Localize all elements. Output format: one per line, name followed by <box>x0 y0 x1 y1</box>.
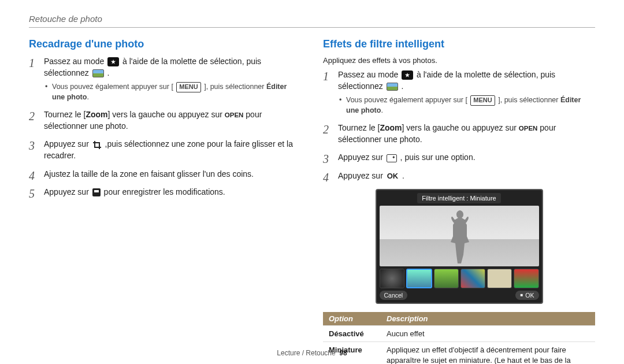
page-footer: Lecture / Retouche 98 <box>0 349 624 357</box>
note-text: ], puis sélectionner <box>204 83 266 91</box>
camera-preview: Filtre intelligent : Miniature <box>376 189 543 304</box>
step-text: Passez au mode <box>338 70 400 79</box>
thumbnail[interactable] <box>434 269 459 288</box>
menu-icon: MENU <box>470 95 495 105</box>
camera-screen: Filtre intelligent : Miniature <box>376 189 543 304</box>
breadcrumb: Retouche de photo <box>29 14 595 24</box>
step-text: Passez au mode <box>44 57 106 66</box>
filter-name-label: Filtre intelligent : Miniature <box>417 193 500 203</box>
step-bold: Zoom <box>380 123 402 132</box>
step-note: Vous pouvez également appuyer sur [ MENU… <box>338 95 595 116</box>
step-4: Ajustez la taille de la zone en faisant … <box>29 169 301 180</box>
save-icon <box>92 188 101 196</box>
note-text: ], puis sélectionner <box>498 96 560 104</box>
header-divider <box>29 27 595 28</box>
step-text: Ajustez la taille de la zone en faisant … <box>44 169 254 179</box>
ok-button-label: OK <box>525 292 534 299</box>
landscape-icon <box>92 69 104 77</box>
col-option: Option <box>323 312 381 326</box>
note-text: . <box>381 106 382 114</box>
step-5: Appuyez sur pour enregistrer les modific… <box>29 187 301 198</box>
landscape-icon <box>387 83 398 91</box>
step-note: Vous pouvez également appuyer sur [ MENU… <box>44 82 301 102</box>
thumbnail[interactable] <box>514 269 538 288</box>
filter-icon <box>387 154 397 162</box>
note-text: . <box>87 93 88 101</box>
left-section-title: Recadrage d'une photo <box>29 38 301 50</box>
mode-icon: ★ <box>107 57 119 66</box>
step-text: Appuyez sur <box>44 187 91 196</box>
cancel-button[interactable]: Cancel <box>380 291 408 300</box>
right-intro: Appliquez des effets à vos photos. <box>323 56 595 65</box>
left-steps: Passez au mode ★ à l'aide de la molette … <box>29 56 301 198</box>
step-2: Tournez le [Zoom] vers la gauche ou appu… <box>29 109 301 132</box>
thumbnail-strip <box>380 269 539 288</box>
step-text: Tournez le [ <box>338 123 380 132</box>
thumbnail[interactable] <box>380 269 404 288</box>
thumbnail[interactable] <box>487 269 512 288</box>
step-text: Appuyez sur <box>338 171 385 180</box>
open-label: OPEN <box>519 125 538 132</box>
step-text: . <box>107 68 110 77</box>
step-text: . <box>402 171 404 180</box>
note-text: Vous pouvez également appuyer sur [ <box>346 96 467 104</box>
step-1: Passez au mode ★ à l'aide de la molette … <box>323 69 595 116</box>
screen-buttons: Cancel ■OK <box>380 291 539 300</box>
option-desc: Aucun effet <box>381 325 595 342</box>
step-3: Appuyez sur ,puis sélectionnez une zone … <box>29 139 301 161</box>
step-text: Appuyez sur <box>44 139 91 148</box>
silhouette-icon <box>445 210 474 263</box>
step-2: Tournez le [Zoom] vers la gauche ou appu… <box>323 122 595 145</box>
left-column: Recadrage d'une photo Passez au mode ★ à… <box>29 38 301 364</box>
step-text: ] vers la gauche ou appuyez sur <box>107 110 224 119</box>
menu-icon: MENU <box>176 82 200 92</box>
step-text: , puis sur une option. <box>400 153 476 162</box>
step-4: Appuyez sur OK . <box>323 170 595 182</box>
note-text: Vous pouvez également appuyer sur [ <box>52 83 173 91</box>
step-text: . <box>402 81 404 91</box>
step-3: Appuyez sur , puis sur une option. <box>323 152 595 164</box>
thumbnail-selected[interactable] <box>406 269 432 288</box>
right-steps: Passez au mode ★ à l'aide de la molette … <box>323 69 595 182</box>
step-bold: Zoom <box>86 110 107 119</box>
step-text: ] vers la gauche ou appuyez sur <box>402 123 518 132</box>
crop-icon <box>92 140 102 150</box>
col-description: Description <box>381 312 595 326</box>
right-section-title: Effets de filtre intelligent <box>323 38 595 50</box>
mode-icon: ★ <box>402 70 413 80</box>
ok-icon: OK <box>385 171 400 181</box>
page: Retouche de photo Recadrage d'une photo … <box>0 0 624 364</box>
content-columns: Recadrage d'une photo Passez au mode ★ à… <box>29 38 595 364</box>
step-text: pour enregistrer les modifications. <box>104 187 225 196</box>
preview-photo <box>380 206 539 266</box>
right-column: Effets de filtre intelligent Appliquez d… <box>323 38 595 364</box>
step-text: Tournez le [ <box>44 110 86 119</box>
open-label: OPEN <box>225 112 244 118</box>
ok-button[interactable]: ■OK <box>515 291 538 300</box>
footer-section: Lecture / Retouche <box>277 349 335 357</box>
thumbnail[interactable] <box>460 269 485 288</box>
step-text: Appuyez sur <box>338 153 385 162</box>
table-row: Désactivé Aucun effet <box>323 325 595 342</box>
step-1: Passez au mode ★ à l'aide de la molette … <box>29 56 301 102</box>
option-name: Désactivé <box>323 325 381 342</box>
page-number: 98 <box>339 349 347 357</box>
